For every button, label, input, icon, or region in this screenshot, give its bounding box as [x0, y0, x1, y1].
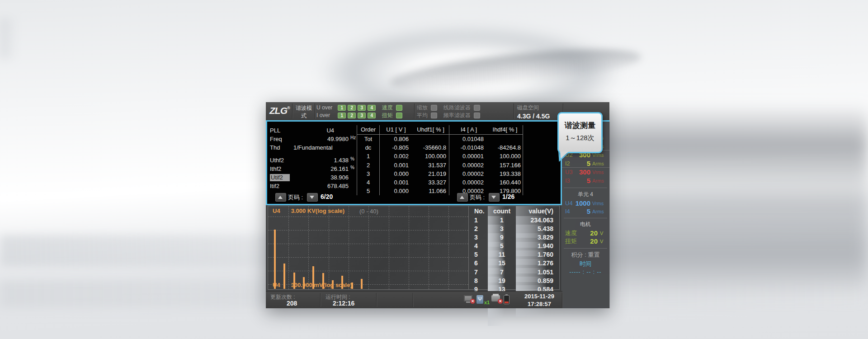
harmonics-row: 40.00133.3270.00002160.440: [357, 178, 523, 187]
harmonics-cell: -0.01048: [449, 143, 488, 152]
filter-row-1: 缩放 线路滤波器: [417, 104, 485, 111]
disconnected-badge-icon: [498, 299, 503, 304]
stats-table-body: 11234.063235.438393.829451.9405111.76061…: [469, 216, 560, 294]
chart-scale: 3.000 KV(log scale): [291, 207, 345, 214]
harmonics-cell: 0.002: [380, 152, 412, 160]
mode-indicator: 谐波模式 谐波: [294, 102, 314, 120]
datetime: 2015-11-29 17:28:57: [519, 292, 560, 308]
itif2-label: Itif2: [270, 182, 292, 190]
summary-panel: PLLU4 Freq49.9980Hz Thd1/Fundamental Uth…: [270, 126, 359, 190]
time-value: 17:28:57: [519, 300, 560, 308]
tooltip-title: 谐波测量: [559, 120, 601, 131]
harmonics-cell: 100.000: [412, 152, 449, 160]
harmonics-col-header: Order: [357, 125, 380, 134]
chart-top-label: U43.000 KV(log scale): [273, 207, 344, 214]
disk-space: 磁盘空间 4.3G / 4.5G: [517, 104, 550, 120]
runtime-value: 2:12:16: [333, 300, 354, 307]
stats-row: 451.940: [469, 242, 560, 250]
i-over-row: I over 1234 扭矩: [316, 112, 402, 119]
page-label-right: 页码 :: [470, 193, 485, 202]
channel-u2-indicator: 2: [348, 105, 356, 111]
harmonics-row: 20.00131.5370.00002157.166: [357, 161, 523, 170]
harmonics-table-body: Tot0.8060.01048dc-0.805-35660.8-0.01048-…: [357, 135, 523, 195]
harmonics-cell: 31.537: [412, 161, 449, 170]
mode-title: 谐波模式: [294, 104, 314, 120]
freq-filter-label: 频率滤波器: [443, 112, 471, 118]
harmonics-cell: 157.166: [488, 161, 522, 170]
stats-cell: 2: [469, 225, 488, 233]
harmonics-cell: 0.00002: [449, 170, 488, 178]
freq-value: 49.9980: [292, 135, 349, 143]
page-down-button-left[interactable]: [307, 193, 318, 202]
sidebar-row-u3: U3300Vrms: [561, 168, 610, 177]
page-value-left: 6/20: [321, 193, 333, 200]
pll-label: PLL: [270, 126, 292, 135]
page-label-left: 页码 :: [288, 193, 303, 202]
filter-row-2: 平均 频率滤波器: [417, 112, 485, 119]
line-filter-indicator: [474, 105, 480, 111]
integration-status: 积分 : 重置: [561, 251, 610, 259]
average-indicator: [431, 113, 437, 118]
gridline: [349, 206, 349, 289]
spectrum-bar-order-1: [274, 230, 276, 289]
zoom-indicator: [431, 105, 437, 111]
page-up-button-right[interactable]: [457, 193, 468, 202]
speed-label: 速度: [382, 104, 393, 111]
background-streak: [0, 18, 28, 59]
u4-row: U41000Vrms: [561, 199, 610, 208]
update-count-value: 208: [287, 300, 297, 307]
harmonics-cell: 0.00002: [449, 178, 488, 187]
harmonics-cell: 0.00001: [449, 152, 488, 160]
tooltip-range: 1～128次: [559, 134, 601, 142]
harmonics-cell: 0.806: [380, 135, 412, 143]
page-value-right: 1/26: [502, 193, 514, 200]
channel-i4-indicator: 4: [368, 113, 376, 118]
page-up-button-left[interactable]: [275, 193, 286, 202]
harmonic-measurement-tooltip: 谐波测量 1～128次: [557, 112, 603, 153]
stats-col-header: No.: [469, 206, 488, 216]
freq-filter-indicator: [474, 113, 480, 118]
harmonics-cell: 4: [357, 178, 380, 187]
sidebar-channel-label: I2: [565, 160, 575, 168]
torque-indicator: [396, 113, 402, 118]
sidebar-channel-label: U3: [565, 168, 575, 177]
utif2-value: 38.906: [290, 173, 349, 182]
torque-row: 扭矩20V: [561, 237, 610, 245]
gridline: [389, 206, 389, 289]
train-body-blur: [565, 194, 868, 298]
gridline: [329, 206, 329, 289]
harmonics-row: 10.002100.0000.00001100.000: [357, 152, 523, 160]
harmonics-table: OrderU1 [ V ]Uhdf1[ % ]I4 [ A ]Ihdf4[ % …: [357, 125, 523, 195]
chart-and-stats: U43.000 KV(log scale) (0 - 40) U4300.000…: [268, 206, 560, 290]
harmonics-row: Tot0.8060.01048: [357, 135, 523, 143]
thd-value: 1/Fundamental: [292, 143, 359, 152]
sidebar-channel-value: 5: [575, 160, 592, 168]
gridline: [268, 257, 468, 258]
sidebar-channel-value: 300: [575, 168, 592, 177]
harmonics-row: 30.00021.0190.00002193.338: [357, 170, 523, 178]
harmonics-cell: -0.805: [380, 143, 412, 152]
harmonics-cell: 0.001: [380, 161, 412, 170]
speed-indicator: [396, 105, 402, 111]
page-down-button-right[interactable]: [489, 193, 500, 202]
average-label: 平均: [417, 112, 428, 118]
sidebar-channel-label: I3: [565, 177, 575, 185]
stats-row: 6151.276: [469, 259, 560, 268]
utif2-label-highlighted[interactable]: Utif2: [270, 174, 290, 181]
harmonics-cell: 1: [357, 152, 380, 160]
usb-count-badge: x1: [484, 300, 490, 305]
harmonics-row: dc-0.805-35660.8-0.01048-84264.8: [357, 143, 523, 152]
zlg-logo: ZLG®: [269, 105, 290, 116]
channel-u1-indicator: 1: [338, 105, 346, 111]
divider: [564, 248, 607, 249]
printer-icon: [491, 295, 500, 301]
freq-label: Freq: [270, 135, 292, 143]
speed-row: 速度20V: [561, 229, 610, 237]
gridline: [288, 206, 289, 289]
channel-i1-indicator: 1: [338, 113, 346, 118]
ithf2-label: Ithf2: [270, 165, 292, 173]
channel-boxes-u: 1234: [338, 104, 377, 111]
harmonics-cell: [412, 135, 449, 143]
disk-space-label: 磁盘空间: [517, 104, 550, 112]
divider: [562, 293, 562, 307]
